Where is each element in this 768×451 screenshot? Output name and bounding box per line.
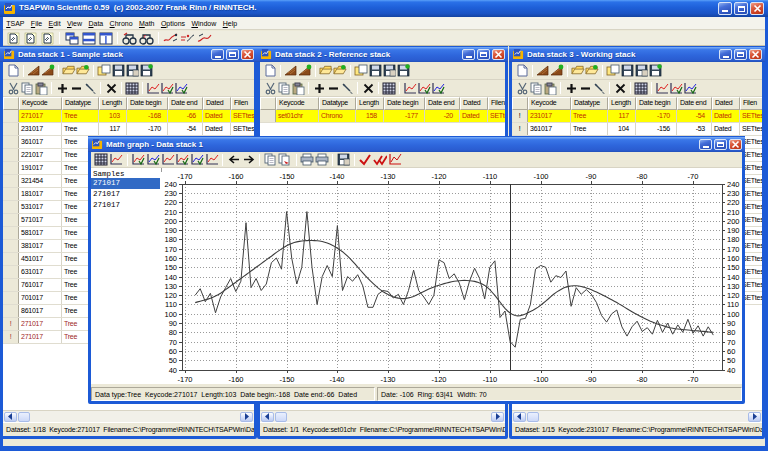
svg-text:120: 120 [727, 291, 740, 300]
svg-text:170: 170 [164, 245, 177, 254]
svg-text:-120: -120 [431, 172, 446, 181]
svg-text:80: 80 [169, 328, 177, 337]
svg-text:60: 60 [169, 347, 177, 356]
svg-text:170: 170 [727, 245, 740, 254]
svg-text:-110: -110 [483, 172, 497, 181]
svg-text:210: 210 [164, 208, 177, 217]
svg-text:-110: -110 [483, 375, 497, 384]
svg-text:70: 70 [169, 338, 177, 347]
svg-text:-70: -70 [688, 172, 699, 181]
svg-text:-90: -90 [586, 375, 597, 384]
svg-text:-140: -140 [329, 172, 344, 181]
svg-text:90: 90 [727, 319, 735, 328]
svg-text:80: 80 [727, 328, 735, 337]
svg-text:140: 140 [164, 273, 177, 282]
svg-text:240: 240 [164, 180, 177, 189]
svg-text:-150: -150 [279, 172, 294, 181]
svg-text:-130: -130 [380, 172, 395, 181]
svg-text:160: 160 [164, 254, 177, 263]
svg-text:60: 60 [727, 347, 735, 356]
svg-text:240: 240 [727, 180, 740, 189]
svg-text:-150: -150 [279, 375, 294, 384]
svg-text:50: 50 [169, 356, 177, 365]
svg-text:-70: -70 [688, 375, 699, 384]
svg-text:100: 100 [727, 310, 740, 319]
svg-text:-160: -160 [228, 172, 243, 181]
svg-text:110: 110 [165, 300, 177, 309]
svg-text:-100: -100 [533, 375, 548, 384]
svg-text:180: 180 [164, 235, 177, 244]
svg-text:40: 40 [169, 366, 177, 375]
svg-text:-90: -90 [586, 172, 597, 181]
svg-text:150: 150 [727, 263, 740, 272]
svg-text:120: 120 [164, 291, 177, 300]
svg-text:150: 150 [164, 263, 177, 272]
svg-text:-170: -170 [177, 172, 192, 181]
svg-text:220: 220 [164, 198, 177, 207]
svg-text:70: 70 [727, 338, 735, 347]
svg-text:130: 130 [164, 282, 177, 291]
svg-text:200: 200 [727, 217, 740, 226]
svg-text:190: 190 [727, 226, 740, 235]
svg-text:-130: -130 [380, 375, 395, 384]
svg-text:200: 200 [164, 217, 177, 226]
svg-text:-160: -160 [228, 375, 243, 384]
svg-text:220: 220 [727, 198, 740, 207]
svg-text:190: 190 [164, 226, 177, 235]
svg-text:-100: -100 [533, 172, 548, 181]
svg-text:-140: -140 [329, 375, 344, 384]
svg-text:100: 100 [164, 310, 177, 319]
svg-text:110: 110 [727, 300, 739, 309]
svg-text:230: 230 [727, 189, 740, 198]
svg-text:180: 180 [727, 235, 740, 244]
svg-text:z: z [143, 33, 146, 39]
svg-text:90: 90 [169, 319, 177, 328]
svg-text:140: 140 [727, 273, 740, 282]
svg-text:160: 160 [727, 254, 740, 263]
svg-text:-120: -120 [431, 375, 446, 384]
svg-text:50: 50 [727, 356, 735, 365]
svg-text:210: 210 [727, 208, 740, 217]
svg-text:40: 40 [727, 366, 735, 375]
svg-text:130: 130 [727, 282, 740, 291]
svg-text:-80: -80 [637, 375, 648, 384]
svg-text:-170: -170 [177, 375, 192, 384]
svg-text:-80: -80 [637, 172, 648, 181]
svg-text:230: 230 [164, 189, 177, 198]
